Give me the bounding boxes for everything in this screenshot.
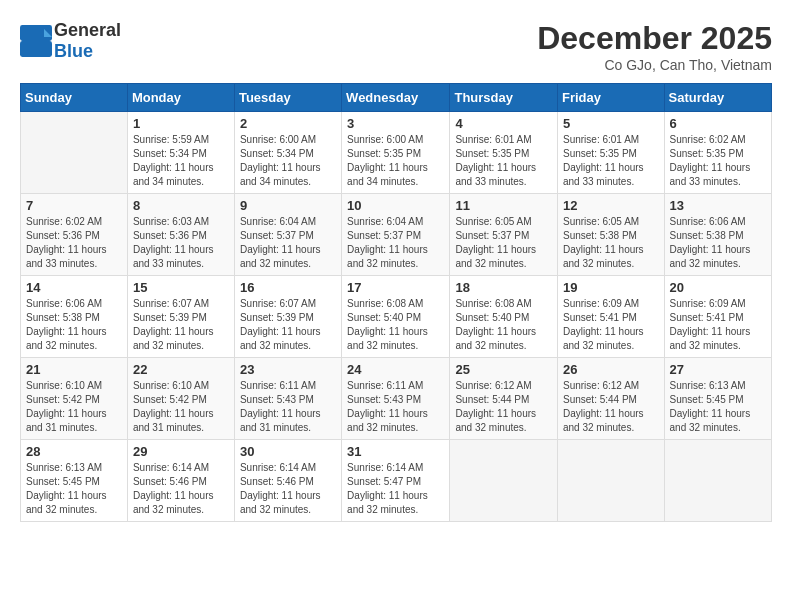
day-info: Sunrise: 6:05 AM Sunset: 5:37 PM Dayligh… (455, 215, 552, 271)
daylight-text: Daylight: 11 hours and 32 minutes. (240, 490, 321, 515)
daylight-text: Daylight: 11 hours and 32 minutes. (670, 326, 751, 351)
daylight-text: Daylight: 11 hours and 33 minutes. (26, 244, 107, 269)
day-info: Sunrise: 6:02 AM Sunset: 5:36 PM Dayligh… (26, 215, 122, 271)
sunrise-text: Sunrise: 6:12 AM (563, 380, 639, 391)
daylight-text: Daylight: 11 hours and 32 minutes. (26, 490, 107, 515)
sunset-text: Sunset: 5:41 PM (670, 312, 744, 323)
sunrise-text: Sunrise: 6:04 AM (240, 216, 316, 227)
sunrise-text: Sunrise: 6:05 AM (455, 216, 531, 227)
daylight-text: Daylight: 11 hours and 32 minutes. (347, 490, 428, 515)
sunrise-text: Sunrise: 6:10 AM (26, 380, 102, 391)
daylight-text: Daylight: 11 hours and 32 minutes. (455, 408, 536, 433)
calendar-cell: 13 Sunrise: 6:06 AM Sunset: 5:38 PM Dayl… (664, 194, 771, 276)
day-number: 2 (240, 116, 336, 131)
daylight-text: Daylight: 11 hours and 32 minutes. (240, 326, 321, 351)
calendar-cell: 8 Sunrise: 6:03 AM Sunset: 5:36 PM Dayli… (127, 194, 234, 276)
calendar-cell: 5 Sunrise: 6:01 AM Sunset: 5:35 PM Dayli… (558, 112, 665, 194)
day-info: Sunrise: 5:59 AM Sunset: 5:34 PM Dayligh… (133, 133, 229, 189)
sunset-text: Sunset: 5:40 PM (347, 312, 421, 323)
day-info: Sunrise: 6:10 AM Sunset: 5:42 PM Dayligh… (26, 379, 122, 435)
calendar-cell: 12 Sunrise: 6:05 AM Sunset: 5:38 PM Dayl… (558, 194, 665, 276)
sunrise-text: Sunrise: 6:14 AM (347, 462, 423, 473)
calendar-cell: 18 Sunrise: 6:08 AM Sunset: 5:40 PM Dayl… (450, 276, 558, 358)
logo-general-text: General (54, 20, 121, 40)
day-info: Sunrise: 6:14 AM Sunset: 5:47 PM Dayligh… (347, 461, 444, 517)
sunrise-text: Sunrise: 6:11 AM (240, 380, 316, 391)
sunset-text: Sunset: 5:43 PM (240, 394, 314, 405)
col-monday: Monday (127, 84, 234, 112)
day-info: Sunrise: 6:13 AM Sunset: 5:45 PM Dayligh… (26, 461, 122, 517)
daylight-text: Daylight: 11 hours and 32 minutes. (347, 408, 428, 433)
calendar-cell: 24 Sunrise: 6:11 AM Sunset: 5:43 PM Dayl… (342, 358, 450, 440)
day-info: Sunrise: 6:01 AM Sunset: 5:35 PM Dayligh… (563, 133, 659, 189)
day-info: Sunrise: 6:00 AM Sunset: 5:35 PM Dayligh… (347, 133, 444, 189)
day-number: 28 (26, 444, 122, 459)
day-number: 11 (455, 198, 552, 213)
calendar-week-row: 28 Sunrise: 6:13 AM Sunset: 5:45 PM Dayl… (21, 440, 772, 522)
day-info: Sunrise: 6:01 AM Sunset: 5:35 PM Dayligh… (455, 133, 552, 189)
day-number: 10 (347, 198, 444, 213)
daylight-text: Daylight: 11 hours and 31 minutes. (26, 408, 107, 433)
calendar-cell (450, 440, 558, 522)
svg-rect-1 (20, 41, 52, 57)
sunset-text: Sunset: 5:43 PM (347, 394, 421, 405)
month-title: December 2025 (537, 20, 772, 57)
day-info: Sunrise: 6:12 AM Sunset: 5:44 PM Dayligh… (455, 379, 552, 435)
sunset-text: Sunset: 5:34 PM (133, 148, 207, 159)
calendar-cell (664, 440, 771, 522)
day-number: 22 (133, 362, 229, 377)
sunrise-text: Sunrise: 6:02 AM (670, 134, 746, 145)
sunset-text: Sunset: 5:44 PM (455, 394, 529, 405)
sunset-text: Sunset: 5:39 PM (240, 312, 314, 323)
sunrise-text: Sunrise: 6:01 AM (563, 134, 639, 145)
calendar-week-row: 1 Sunrise: 5:59 AM Sunset: 5:34 PM Dayli… (21, 112, 772, 194)
daylight-text: Daylight: 11 hours and 32 minutes. (347, 326, 428, 351)
calendar-cell (558, 440, 665, 522)
day-number: 14 (26, 280, 122, 295)
calendar-cell: 15 Sunrise: 6:07 AM Sunset: 5:39 PM Dayl… (127, 276, 234, 358)
calendar-cell: 3 Sunrise: 6:00 AM Sunset: 5:35 PM Dayli… (342, 112, 450, 194)
day-number: 31 (347, 444, 444, 459)
day-number: 18 (455, 280, 552, 295)
daylight-text: Daylight: 11 hours and 32 minutes. (455, 326, 536, 351)
daylight-text: Daylight: 11 hours and 32 minutes. (563, 244, 644, 269)
day-info: Sunrise: 6:00 AM Sunset: 5:34 PM Dayligh… (240, 133, 336, 189)
day-number: 27 (670, 362, 766, 377)
daylight-text: Daylight: 11 hours and 32 minutes. (455, 244, 536, 269)
sunset-text: Sunset: 5:38 PM (563, 230, 637, 241)
col-thursday: Thursday (450, 84, 558, 112)
day-number: 15 (133, 280, 229, 295)
daylight-text: Daylight: 11 hours and 34 minutes. (240, 162, 321, 187)
sunset-text: Sunset: 5:47 PM (347, 476, 421, 487)
day-info: Sunrise: 6:05 AM Sunset: 5:38 PM Dayligh… (563, 215, 659, 271)
day-number: 19 (563, 280, 659, 295)
logo-icon (20, 25, 52, 57)
sunset-text: Sunset: 5:37 PM (347, 230, 421, 241)
daylight-text: Daylight: 11 hours and 34 minutes. (133, 162, 214, 187)
calendar-cell: 26 Sunrise: 6:12 AM Sunset: 5:44 PM Dayl… (558, 358, 665, 440)
day-info: Sunrise: 6:06 AM Sunset: 5:38 PM Dayligh… (26, 297, 122, 353)
sunrise-text: Sunrise: 6:13 AM (26, 462, 102, 473)
sunset-text: Sunset: 5:38 PM (670, 230, 744, 241)
day-info: Sunrise: 6:02 AM Sunset: 5:35 PM Dayligh… (670, 133, 766, 189)
sunrise-text: Sunrise: 6:08 AM (347, 298, 423, 309)
calendar-cell: 7 Sunrise: 6:02 AM Sunset: 5:36 PM Dayli… (21, 194, 128, 276)
calendar-table: Sunday Monday Tuesday Wednesday Thursday… (20, 83, 772, 522)
daylight-text: Daylight: 11 hours and 31 minutes. (133, 408, 214, 433)
daylight-text: Daylight: 11 hours and 32 minutes. (670, 408, 751, 433)
sunset-text: Sunset: 5:41 PM (563, 312, 637, 323)
calendar-cell: 9 Sunrise: 6:04 AM Sunset: 5:37 PM Dayli… (234, 194, 341, 276)
day-number: 1 (133, 116, 229, 131)
sunset-text: Sunset: 5:35 PM (347, 148, 421, 159)
calendar-cell: 1 Sunrise: 5:59 AM Sunset: 5:34 PM Dayli… (127, 112, 234, 194)
logo-blue-text: Blue (54, 41, 93, 61)
day-number: 30 (240, 444, 336, 459)
logo: General Blue (20, 20, 121, 62)
sunset-text: Sunset: 5:36 PM (26, 230, 100, 241)
day-number: 9 (240, 198, 336, 213)
sunset-text: Sunset: 5:35 PM (455, 148, 529, 159)
daylight-text: Daylight: 11 hours and 32 minutes. (563, 326, 644, 351)
day-number: 12 (563, 198, 659, 213)
sunset-text: Sunset: 5:39 PM (133, 312, 207, 323)
sunrise-text: Sunrise: 6:01 AM (455, 134, 531, 145)
